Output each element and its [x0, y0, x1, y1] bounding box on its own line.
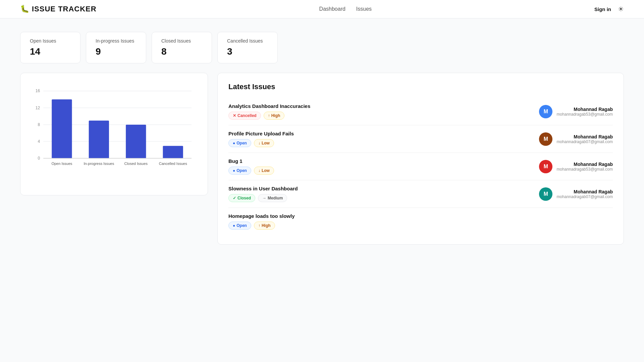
stat-closed-value: 8	[161, 46, 202, 57]
priority-icon: →	[262, 196, 266, 200]
issue-right: M Mohannad Ragab mohannadragab07@gmail.c…	[539, 132, 613, 146]
status-badge: ✓ Closed	[228, 194, 255, 202]
user-info: Mohannad Ragab mohannadragab07@gmail.com	[556, 134, 613, 144]
issue-badges: ✓ Closed → Medium	[228, 194, 298, 202]
nav-dashboard[interactable]: Dashboard	[319, 6, 345, 12]
status-icon: ●	[233, 141, 235, 145]
status-badge: ● Open	[228, 222, 251, 230]
status-label: Open	[236, 141, 247, 145]
issue-left: Slowness in User Dashboard ✓ Closed → Me…	[228, 186, 298, 202]
stat-inprogress-label: In-progress Issues	[96, 38, 137, 44]
chart-container: 16 12 8 4 0 Open Issues	[20, 73, 208, 195]
stat-open-label: Open Issues	[30, 38, 71, 44]
status-label: Open	[236, 168, 247, 173]
user-email: mohannadragab53@gmail.com	[556, 112, 613, 117]
issue-row[interactable]: Homepage loads too slowly ● Open ↑ High	[228, 208, 613, 235]
issue-row[interactable]: Slowness in User Dashboard ✓ Closed → Me…	[228, 180, 613, 208]
svg-rect-10	[52, 100, 72, 159]
issue-row[interactable]: Profile Picture Upload Fails ● Open ↓ Lo…	[228, 125, 613, 153]
priority-label: Low	[262, 168, 270, 173]
issue-row[interactable]: Bug 1 ● Open ↓ Low M Mohannad Ragab moha…	[228, 153, 613, 180]
avatar: M	[539, 187, 552, 201]
svg-text:8: 8	[38, 122, 40, 127]
status-badge: ● Open	[228, 139, 251, 147]
priority-label: High	[271, 113, 280, 118]
main-content: Open Issues 14 In-progress Issues 9 Clos…	[0, 18, 644, 258]
avatar: M	[539, 105, 552, 118]
issue-left: Analytics Dashboard Inaccuracies ✕ Cance…	[228, 103, 310, 120]
content-row: 16 12 8 4 0 Open Issues	[20, 73, 624, 245]
chart-inner: 16 12 8 4 0 Open Issues	[30, 81, 198, 188]
issue-badges: ● Open ↑ High	[228, 222, 295, 230]
issues-panel: Latest Issues Analytics Dashboard Inaccu…	[217, 73, 624, 245]
issue-badges: ● Open ↓ Low	[228, 167, 274, 175]
issue-badges: ✕ Cancelled ↑ High	[228, 112, 310, 120]
header: 🐛 Issue Tracker Dashboard Issues Sign in…	[0, 0, 644, 18]
logo-icon: 🐛	[20, 5, 29, 13]
svg-rect-16	[163, 146, 183, 158]
priority-icon: ↓	[258, 168, 260, 173]
user-name: Mohannad Ragab	[556, 162, 613, 167]
user-name: Mohannad Ragab	[556, 189, 613, 194]
status-icon: ✓	[233, 196, 236, 200]
svg-text:12: 12	[36, 106, 40, 110]
avatar: M	[539, 160, 552, 173]
stat-closed-label: Closed Issues	[161, 38, 202, 44]
logo-text: Issue Tracker	[32, 5, 97, 13]
main-nav: Dashboard Issues	[319, 6, 372, 12]
priority-badge: ↑ High	[264, 112, 285, 120]
issue-left: Bug 1 ● Open ↓ Low	[228, 158, 274, 175]
svg-text:16: 16	[36, 88, 40, 93]
status-icon: ●	[233, 223, 235, 228]
priority-icon: ↑	[258, 223, 260, 228]
status-icon: ●	[233, 168, 235, 173]
issue-right: M Mohannad Ragab mohannadragab07@gmail.c…	[539, 187, 613, 201]
priority-icon: ↑	[268, 113, 270, 118]
status-label: Open	[236, 223, 247, 228]
stat-inprogress-value: 9	[96, 46, 137, 57]
priority-label: High	[262, 223, 271, 228]
status-label: Cancelled	[237, 113, 257, 118]
status-label: Closed	[237, 196, 251, 200]
stat-cancelled-value: 3	[227, 46, 268, 57]
stat-card-closed: Closed Issues 8	[152, 32, 212, 63]
stat-cards: Open Issues 14 In-progress Issues 9 Clos…	[20, 32, 624, 63]
priority-badge: → Medium	[258, 194, 287, 202]
issue-left: Homepage loads too slowly ● Open ↑ High	[228, 213, 295, 230]
bar-chart: 16 12 8 4 0 Open Issues	[30, 81, 198, 188]
issue-title: Homepage loads too slowly	[228, 213, 295, 219]
status-icon: ✕	[233, 113, 236, 118]
user-info: Mohannad Ragab mohannadragab07@gmail.com	[556, 189, 613, 199]
issue-title: Bug 1	[228, 158, 274, 164]
issue-right: M Mohannad Ragab mohannadragab53@gmail.c…	[539, 160, 613, 173]
issues-panel-title: Latest Issues	[228, 82, 613, 91]
svg-text:Cancelled Issues: Cancelled Issues	[159, 162, 187, 166]
theme-toggle-icon[interactable]: ☀	[618, 5, 624, 13]
status-badge: ● Open	[228, 167, 251, 175]
priority-label: Medium	[268, 196, 283, 200]
svg-rect-12	[89, 121, 109, 158]
priority-badge: ↓ Low	[254, 167, 274, 175]
svg-text:0: 0	[38, 156, 40, 161]
priority-label: Low	[262, 141, 270, 145]
stat-cancelled-label: Cancelled Issues	[227, 38, 268, 44]
user-email: mohannadragab07@gmail.com	[556, 139, 613, 144]
issues-list: Analytics Dashboard Inaccuracies ✕ Cance…	[228, 98, 613, 235]
user-info: Mohannad Ragab mohannadragab53@gmail.com	[556, 162, 613, 172]
priority-badge: ↓ Low	[254, 139, 274, 147]
issue-row[interactable]: Analytics Dashboard Inaccuracies ✕ Cance…	[228, 98, 613, 125]
issue-title: Profile Picture Upload Fails	[228, 131, 294, 136]
sign-in-button[interactable]: Sign in	[594, 6, 611, 12]
nav-issues[interactable]: Issues	[356, 6, 372, 12]
avatar: M	[539, 132, 552, 146]
stat-open-value: 14	[30, 46, 71, 57]
user-name: Mohannad Ragab	[556, 107, 613, 112]
stat-card-open: Open Issues 14	[20, 32, 80, 63]
issue-title: Analytics Dashboard Inaccuracies	[228, 103, 310, 109]
header-right: Sign in ☀	[594, 5, 624, 13]
priority-badge: ↑ High	[254, 222, 275, 230]
issue-right: M Mohannad Ragab mohannadragab53@gmail.c…	[539, 105, 613, 118]
stat-card-cancelled: Cancelled Issues 3	[217, 32, 278, 63]
issue-title: Slowness in User Dashboard	[228, 186, 298, 191]
stat-card-inprogress: In-progress Issues 9	[86, 32, 146, 63]
